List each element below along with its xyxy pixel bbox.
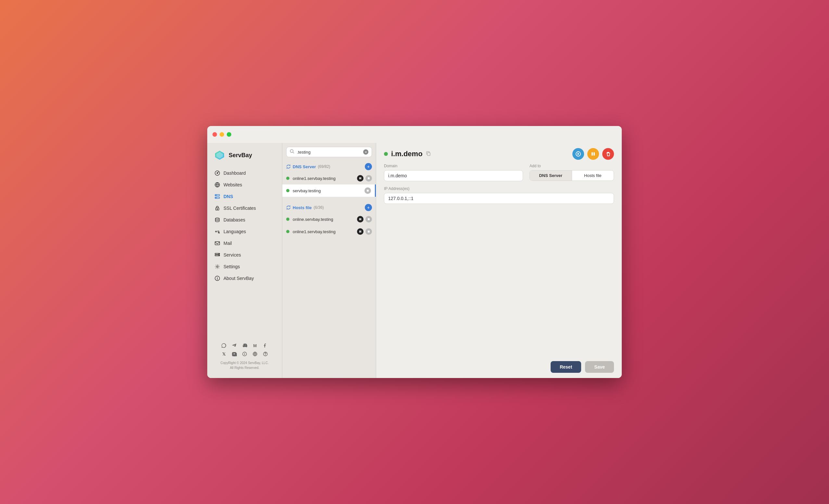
navigate-button[interactable] — [572, 148, 584, 160]
medium-icon[interactable]: M — [252, 342, 258, 349]
ip-label: IP Address(es) — [384, 186, 614, 191]
pause-button-1[interactable] — [357, 175, 363, 182]
sidebar-label-languages: Languages — [223, 229, 246, 234]
delete-record-button[interactable] — [602, 148, 614, 160]
svg-rect-29 — [361, 230, 362, 232]
svg-rect-33 — [591, 152, 593, 155]
sidebar-item-settings[interactable]: Settings — [211, 261, 279, 272]
ip-group: IP Address(es) — [384, 186, 614, 204]
sidebar-item-languages[interactable]: Languages — [211, 226, 279, 237]
domain-input[interactable] — [384, 170, 523, 181]
sidebar-label-about: About ServBay — [223, 276, 254, 281]
info-icon[interactable] — [241, 351, 248, 357]
pause-record-button[interactable] — [587, 148, 599, 160]
svg-rect-22 — [361, 177, 362, 179]
svg-point-9 — [215, 218, 219, 219]
form-body: Domain Add to DNS Server Hosts file — [376, 164, 622, 356]
domain-group: Domain — [384, 164, 523, 181]
stop-button-2[interactable] — [364, 187, 371, 194]
pause-button-hosts-2[interactable] — [357, 228, 363, 235]
domain-label: Domain — [384, 164, 523, 168]
item-controls-hosts-2 — [357, 228, 372, 235]
sidebar-label-databases: Databases — [223, 217, 245, 222]
hosts-file-toggle-btn[interactable]: Hosts file — [572, 171, 614, 181]
stop-button-1[interactable] — [365, 175, 372, 182]
sidebar-item-dashboard[interactable]: Dashboard — [211, 168, 279, 179]
websites-icon — [214, 182, 220, 188]
form-row-2: IP Address(es) — [384, 186, 614, 204]
title-status-dot — [384, 152, 388, 156]
sidebar-item-websites[interactable]: Websites — [211, 179, 279, 190]
telegram-icon[interactable] — [231, 342, 238, 349]
stop-button-hosts-2[interactable] — [365, 228, 372, 235]
minimize-button[interactable] — [220, 132, 224, 137]
item-controls-2 — [364, 187, 371, 194]
svg-point-1 — [217, 173, 218, 174]
sidebar: ServBay Dashboard — [207, 143, 282, 378]
ssl-icon — [214, 205, 220, 211]
sidebar-footer: M 𝕏 — [207, 337, 282, 374]
window-body: ServBay Dashboard — [207, 143, 622, 378]
svg-rect-25 — [359, 218, 360, 220]
search-input[interactable] — [297, 150, 361, 154]
sidebar-item-ssl[interactable]: SSL Certificates — [211, 203, 279, 214]
page-title: i.m.demo — [391, 150, 423, 158]
hosts-label: Hosts file — [293, 205, 312, 210]
svg-rect-28 — [359, 230, 360, 232]
hosts-item-2-label: online1.servbay.testing — [293, 229, 354, 234]
status-dot-hosts-1 — [286, 218, 289, 221]
status-dot-active-2 — [286, 189, 289, 192]
svg-rect-23 — [368, 177, 370, 179]
twitter-x-icon[interactable]: 𝕏 — [221, 351, 227, 357]
dns-item-2-label: servbay.testing — [293, 188, 361, 193]
stop-button-hosts-1[interactable] — [365, 216, 372, 222]
pause-button-hosts-1[interactable] — [357, 216, 363, 222]
footer-actions: Reset Save — [376, 356, 622, 378]
fullscreen-button[interactable] — [227, 132, 231, 137]
sidebar-label-services: Services — [223, 252, 241, 257]
copyright-text: CopyRight © 2024 ServBay, LLC. All Right… — [214, 360, 276, 370]
dns-server-add-button[interactable]: + — [365, 163, 372, 170]
sidebar-label-websites: Websites — [223, 182, 242, 187]
list-item-hosts-2[interactable]: online1.servbay.testing — [282, 225, 376, 238]
search-bar: ✕ — [282, 143, 376, 160]
sidebar-item-databases[interactable]: Databases — [211, 214, 279, 225]
reset-button[interactable]: Reset — [551, 361, 581, 373]
youtube-icon[interactable] — [231, 351, 238, 357]
dns-server-toggle-btn[interactable]: DNS Server — [530, 171, 572, 181]
sidebar-label-mail: Mail — [223, 241, 232, 246]
help-icon[interactable] — [262, 351, 268, 357]
sidebar-item-about[interactable]: About ServBay — [211, 273, 279, 284]
globe-icon[interactable] — [252, 351, 258, 357]
sidebar-item-services[interactable]: Services — [211, 249, 279, 260]
facebook-icon[interactable] — [262, 342, 268, 349]
list-item-hosts-1[interactable]: online.servbay.testing — [282, 213, 376, 225]
titlebar — [207, 126, 622, 143]
save-button[interactable]: Save — [585, 361, 614, 373]
svg-rect-26 — [361, 218, 362, 220]
close-button[interactable] — [212, 132, 217, 137]
header-actions — [572, 148, 614, 160]
hosts-add-button[interactable]: + — [365, 204, 372, 211]
copy-icon[interactable] — [426, 151, 431, 157]
dns-server-label: DNS Server — [293, 164, 316, 169]
search-icon — [290, 149, 294, 155]
sidebar-item-mail[interactable]: Mail — [211, 238, 279, 249]
sidebar-item-dns[interactable]: DNS — [211, 191, 279, 202]
svg-rect-30 — [368, 230, 370, 232]
dns-server-title: DNS Server (69/82) — [286, 164, 330, 169]
social-icons: M 𝕏 — [214, 342, 276, 357]
whatsapp-icon[interactable] — [221, 342, 227, 349]
sync-icon-2 — [286, 205, 291, 210]
list-item-dns-2[interactable]: servbay.testing — [282, 184, 376, 197]
hosts-title: Hosts file (6/36) — [286, 205, 324, 210]
svg-point-6 — [216, 197, 216, 198]
discord-icon[interactable] — [241, 342, 248, 349]
ip-input[interactable] — [384, 193, 614, 204]
search-clear-button[interactable]: ✕ — [363, 149, 368, 154]
svg-rect-21 — [359, 177, 360, 179]
list-item-dns-1[interactable]: online1.servbay.testing — [282, 172, 376, 184]
svg-point-14 — [219, 255, 220, 256]
sync-icon — [286, 164, 291, 169]
item-controls-hosts-1 — [357, 216, 372, 222]
